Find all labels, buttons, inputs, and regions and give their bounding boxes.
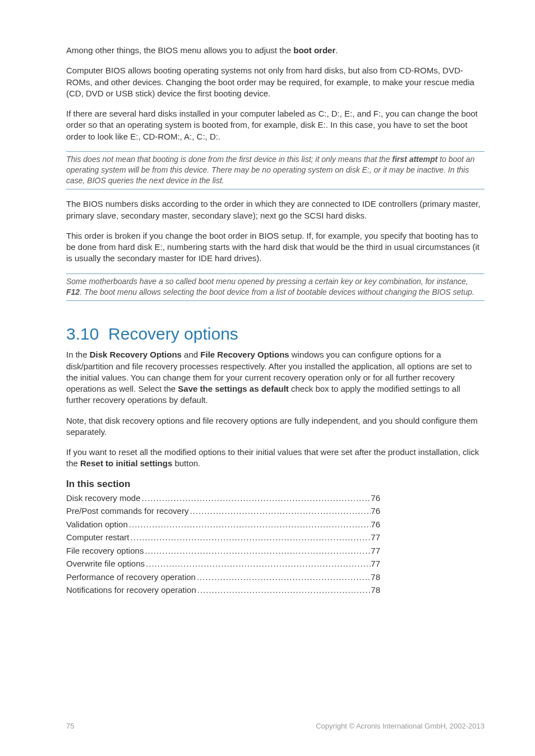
toc-page: 77 — [371, 531, 380, 544]
bold-text: File Recovery Options — [200, 350, 289, 359]
text: . — [335, 45, 338, 55]
italic-note: This does not mean that booting is done … — [66, 151, 485, 190]
toc-dots — [130, 531, 371, 544]
text: Among other things, the BIOS menu allows… — [66, 45, 293, 55]
toc-label: Overwrite file options — [66, 558, 145, 571]
text: In the — [66, 350, 90, 359]
paragraph: Computer BIOS allows booting operating s… — [66, 65, 485, 99]
text: . The boot menu allows selecting the boo… — [80, 287, 474, 296]
text: Some motherboards have a so called boot … — [66, 277, 468, 286]
paragraph: In the Disk Recovery Options and File Re… — [66, 349, 485, 406]
toc-dots — [188, 505, 371, 518]
section-number: 3.10 — [66, 324, 99, 343]
toc-page: 78 — [371, 571, 380, 584]
toc-dots — [145, 558, 371, 571]
paragraph: Among other things, the BIOS menu allows… — [66, 45, 485, 56]
toc-page: 76 — [371, 505, 380, 518]
toc-label: File recovery options — [66, 545, 144, 558]
text: button. — [172, 458, 200, 468]
toc-row[interactable]: File recovery options 77 — [66, 545, 380, 558]
toc-page: 77 — [371, 545, 380, 558]
toc-label: Validation option — [66, 518, 128, 531]
footer: 75 Copyright © Acronis International Gmb… — [66, 722, 485, 730]
bold-text: Disk Recovery Options — [90, 350, 182, 359]
bold-text: Reset to initial settings — [80, 458, 172, 468]
bold-text: Save the settings as default — [178, 384, 289, 393]
toc-dots — [196, 571, 371, 584]
text: This does not mean that booting is done … — [66, 155, 392, 164]
toc-dots — [144, 545, 371, 558]
bold-text: boot order — [293, 45, 335, 55]
paragraph: This order is broken if you change the b… — [66, 230, 485, 265]
toc-label: Disk recovery mode — [66, 492, 141, 505]
toc-label: Notifications for recovery operation — [66, 584, 196, 597]
toc-row[interactable]: Notifications for recovery operation 78 — [66, 584, 380, 597]
note-box: Some motherboards have a so called boot … — [66, 273, 485, 302]
toc-dots — [141, 492, 371, 505]
toc-page: 78 — [371, 584, 380, 597]
copyright: Copyright © Acronis International GmbH, … — [316, 722, 485, 730]
section-title: Recovery options — [108, 324, 238, 343]
toc-row[interactable]: Pre/Post commands for recovery 76 — [66, 505, 380, 518]
toc-page: 76 — [371, 492, 380, 505]
paragraph: The BIOS numbers disks according to the … — [66, 198, 485, 221]
paragraph: If there are several hard disks installe… — [66, 108, 485, 142]
toc-label: Performance of recovery operation — [66, 571, 196, 584]
toc-row[interactable]: Disk recovery mode 76 — [66, 492, 380, 505]
note-box: This does not mean that booting is done … — [66, 151, 485, 190]
toc-page: 76 — [371, 518, 380, 531]
paragraph: Note, that disk recovery options and fil… — [66, 415, 485, 438]
bold-text: first attempt — [392, 155, 437, 164]
toc-row[interactable]: Performance of recovery operation 78 — [66, 571, 380, 584]
toc-row[interactable]: Validation option 76 — [66, 518, 380, 531]
toc-row[interactable]: Overwrite file options 77 — [66, 558, 380, 571]
toc-dots — [196, 584, 371, 597]
toc-heading: In this section — [66, 479, 485, 490]
toc-dots — [128, 518, 371, 531]
italic-note: Some motherboards have a so called boot … — [66, 273, 485, 302]
paragraph: If you want to reset all the modified op… — [66, 447, 485, 470]
page-number: 75 — [66, 722, 74, 730]
toc-label: Pre/Post commands for recovery — [66, 505, 188, 518]
toc-label: Computer restart — [66, 531, 130, 544]
section-heading: 3.10 Recovery options — [66, 324, 485, 344]
toc-page: 77 — [371, 558, 380, 571]
toc-row[interactable]: Computer restart 77 — [66, 531, 380, 544]
bold-text: F12 — [66, 287, 80, 296]
toc: Disk recovery mode 76 Pre/Post commands … — [66, 492, 485, 597]
text: and — [182, 350, 200, 359]
